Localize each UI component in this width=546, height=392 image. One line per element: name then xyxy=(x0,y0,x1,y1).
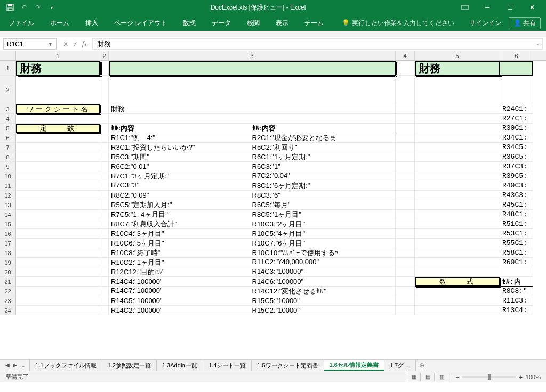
cell[interactable] xyxy=(100,172,109,181)
cell[interactable] xyxy=(100,133,109,143)
cell[interactable]: ｾﾙ:内 xyxy=(500,277,533,287)
cell[interactable] xyxy=(16,162,100,172)
cell[interactable] xyxy=(415,200,500,210)
ribbon-display-icon[interactable] xyxy=(454,1,476,14)
cell[interactable] xyxy=(16,76,100,104)
cell[interactable] xyxy=(16,152,100,162)
qat-dropdown-icon[interactable]: ▾ xyxy=(47,3,57,12)
cell[interactable] xyxy=(415,181,500,191)
row-header[interactable]: 16 xyxy=(0,229,16,239)
row-header[interactable]: 23 xyxy=(0,296,16,306)
cell[interactable]: R14C7:"100000"R14C12:"変化させるｾﾙ" xyxy=(109,287,396,296)
cell[interactable] xyxy=(396,133,415,143)
sheet-tab[interactable]: 1.3AddIn一覧 xyxy=(156,360,203,371)
cell[interactable] xyxy=(415,219,500,229)
cell[interactable] xyxy=(396,61,415,76)
cell[interactable] xyxy=(500,267,533,277)
cell[interactable]: R58C1: xyxy=(500,248,533,258)
cell[interactable] xyxy=(16,258,100,267)
cell[interactable] xyxy=(500,76,533,104)
tab-file[interactable]: ファイル xyxy=(5,17,37,30)
cell[interactable] xyxy=(396,200,415,210)
zoom-in-button[interactable]: + xyxy=(519,374,522,380)
row-header[interactable]: 6 xyxy=(0,133,16,143)
cell[interactable] xyxy=(415,306,500,315)
col-header[interactable]: 6 xyxy=(500,51,533,60)
cell[interactable] xyxy=(16,277,100,287)
cell-title-right[interactable]: 財務 xyxy=(415,61,500,76)
cell[interactable] xyxy=(100,114,109,124)
cell[interactable] xyxy=(100,277,109,287)
close-icon[interactable]: ✕ xyxy=(521,1,543,14)
zoom-thumb[interactable] xyxy=(488,374,491,380)
tab-team[interactable]: チーム xyxy=(301,17,327,30)
cell[interactable] xyxy=(100,287,109,296)
row-header[interactable]: 17 xyxy=(0,239,16,248)
tab-home[interactable]: ホーム xyxy=(47,17,73,30)
cell[interactable] xyxy=(415,210,500,219)
cell[interactable] xyxy=(16,248,100,258)
cell[interactable] xyxy=(415,248,500,258)
row-header[interactable]: 1 xyxy=(0,61,16,76)
cell[interactable] xyxy=(415,287,500,296)
zoom-slider[interactable] xyxy=(462,376,516,378)
maximize-icon[interactable]: ☐ xyxy=(499,1,520,14)
col-header[interactable]: 5 xyxy=(415,51,500,60)
cell[interactable]: R11C3: xyxy=(500,296,533,306)
sheet-tab[interactable]: 1.2参照設定一覧 xyxy=(102,360,157,371)
cell[interactable] xyxy=(415,114,500,124)
tab-review[interactable]: 校閲 xyxy=(244,17,263,30)
save-icon[interactable] xyxy=(5,3,15,12)
cell-title-mid[interactable] xyxy=(109,61,396,76)
row-header[interactable]: 24 xyxy=(0,306,16,315)
sheet-tab[interactable]: 1.6セル情報定義書 xyxy=(324,360,384,371)
cell[interactable] xyxy=(396,267,415,277)
cell[interactable] xyxy=(396,124,415,133)
cell[interactable]: R3C1:"投資したらいいか?"R5C2:"利回り" xyxy=(109,143,396,152)
cell[interactable] xyxy=(396,248,415,258)
cell[interactable] xyxy=(100,61,109,76)
cell[interactable] xyxy=(415,152,500,162)
sheet-tab[interactable]: 1.1ブックファイル情報 xyxy=(29,360,102,371)
cell[interactable] xyxy=(415,124,500,133)
row-header[interactable]: 9 xyxy=(0,162,16,172)
cell[interactable] xyxy=(415,191,500,200)
cell[interactable] xyxy=(16,191,100,200)
fx-icon[interactable]: fx xyxy=(82,40,87,48)
cell[interactable] xyxy=(100,296,109,306)
cell[interactable]: R55C1: xyxy=(500,239,533,248)
row-header[interactable]: 21 xyxy=(0,277,16,287)
cell[interactable] xyxy=(16,133,100,143)
cell[interactable] xyxy=(100,200,109,210)
cell[interactable] xyxy=(415,239,500,248)
cell[interactable]: R40C3: xyxy=(500,181,533,191)
tab-pagelayout[interactable]: ページ レイアウト xyxy=(111,17,170,30)
cell[interactable] xyxy=(100,239,109,248)
tab-insert[interactable]: 挿入 xyxy=(82,17,101,30)
cell[interactable] xyxy=(396,191,415,200)
cell[interactable] xyxy=(100,267,109,277)
cell[interactable] xyxy=(415,258,500,267)
cell[interactable] xyxy=(396,287,415,296)
cell[interactable] xyxy=(415,267,500,277)
formula-expand-icon[interactable]: ⌄ xyxy=(536,40,540,46)
cell[interactable] xyxy=(396,277,415,287)
cell-const-label[interactable]: 定 数 xyxy=(16,124,100,133)
add-sheet-button[interactable]: ⊕ xyxy=(416,362,428,369)
redo-icon[interactable]: ↷ xyxy=(33,3,43,12)
row-header[interactable]: 14 xyxy=(0,210,16,219)
cell[interactable] xyxy=(396,219,415,229)
cell[interactable] xyxy=(16,200,100,210)
formula-input[interactable]: 財務 ⌄ xyxy=(92,38,543,50)
cell[interactable]: R7C1:"3ヶ月定期:"R7C2:"0.04" xyxy=(109,172,396,181)
worksheet-grid[interactable]: 1 財務 財務 2 3 ワークシート名 財務 R24C1: 4 R27C1: 5… xyxy=(0,61,546,359)
col-header[interactable]: 1 xyxy=(16,51,100,60)
cell[interactable] xyxy=(396,152,415,162)
undo-icon[interactable]: ↶ xyxy=(19,3,29,12)
cell[interactable] xyxy=(100,124,109,133)
cell[interactable]: R10C4:"3ヶ月目"R10C5:"4ヶ月目" xyxy=(109,229,396,239)
cell[interactable] xyxy=(16,210,100,219)
cell[interactable]: R60C1: xyxy=(500,258,533,267)
row-header[interactable]: 5 xyxy=(0,124,16,133)
cell[interactable] xyxy=(415,104,500,114)
